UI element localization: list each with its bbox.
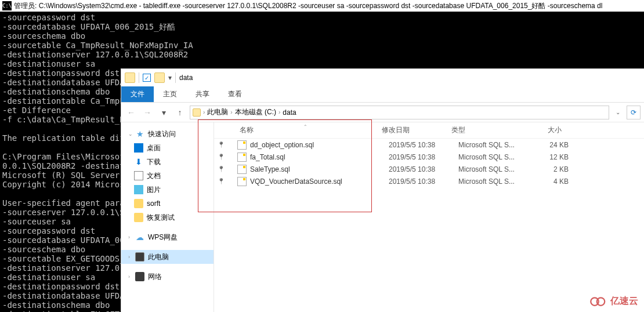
chevron-right-icon[interactable]: › [278, 109, 280, 115]
window-title: data [179, 74, 193, 82]
file-name: SaleType.sql [250, 165, 389, 173]
divider [139, 72, 139, 83]
bc-folder[interactable]: data [283, 108, 296, 117]
sql-file-icon [237, 153, 247, 162]
file-size: 12 KB [528, 153, 574, 161]
sidebar-quick-access[interactable]: ⌄ ★ 快速访问 [121, 127, 214, 141]
file-row[interactable]: 📍fa_Total.sql2019/5/5 10:38Microsoft SQL… [214, 151, 644, 163]
refresh-button[interactable]: ⟳ [627, 106, 641, 119]
sidebar-wps[interactable]: › ☁ WPS网盘 [121, 230, 214, 244]
file-size: 2 KB [528, 165, 574, 173]
sidebar-pictures[interactable]: 图片 [121, 183, 214, 197]
file-type: Microsoft SQL S... [458, 177, 528, 186]
breadcrumb[interactable]: › 此电脑 › 本地磁盘 (C:) › data [190, 106, 609, 119]
caret-icon: › [128, 234, 134, 240]
bc-drive[interactable]: 本地磁盘 (C:) [235, 107, 276, 117]
file-name: fa_Total.sql [250, 153, 389, 161]
tab-home[interactable]: 主页 [154, 86, 186, 102]
sidebar-label: 网络 [148, 272, 162, 282]
sidebar-network[interactable]: › 网络 [121, 270, 214, 284]
sidebar-label: 文档 [147, 171, 161, 181]
bc-pc[interactable]: 此电脑 [207, 107, 228, 117]
recent-dropdown[interactable]: ▾ [157, 106, 170, 119]
cmd-title-text: 管理员: C:\Windows\System32\cmd.exe - table… [14, 1, 602, 11]
watermark: 亿速云 [589, 295, 638, 307]
file-date: 2019/5/5 10:38 [389, 153, 458, 161]
file-name: dd_object_option.sql [250, 141, 389, 149]
nav-row: ← → ▾ ↑ › 此电脑 › 本地磁盘 (C:) › data ⌄ ⟳ [121, 103, 644, 122]
file-row[interactable]: 📍dd_object_option.sql2019/5/5 10:38Micro… [214, 139, 644, 151]
tab-view[interactable]: 查看 [219, 86, 251, 102]
sidebar-downloads[interactable]: ⬇ 下载 [121, 155, 214, 169]
explorer-window: ✓ ▾ data 文件 主页 共享 查看 ← → ▾ ↑ › 此电脑 › 本地磁… [121, 68, 644, 312]
file-size: 24 KB [528, 141, 574, 149]
caret-icon: ⌄ [128, 131, 134, 137]
explorer-body: ⌄ ★ 快速访问 桌面 ⬇ 下载 文档 图片 [121, 122, 644, 312]
chevron-right-icon[interactable]: › [230, 109, 232, 115]
watermark-text: 亿速云 [610, 295, 638, 307]
chevron-right-icon[interactable]: › [203, 109, 205, 115]
sidebar-label: WPS网盘 [148, 233, 178, 242]
folder-icon [125, 72, 135, 83]
tab-file[interactable]: 文件 [121, 86, 154, 102]
pin-icon: 📍 [214, 166, 228, 172]
pin-icon: 📍 [214, 142, 228, 148]
sidebar-label: 图片 [147, 185, 161, 195]
column-headers: 名称 ⌃ 修改日期 类型 大小 [214, 122, 644, 139]
column-name[interactable]: 名称 ⌃ [228, 125, 382, 135]
sidebar-label: sorft [147, 199, 160, 208]
file-date: 2019/5/5 10:38 [389, 177, 458, 186]
sql-file-icon [237, 177, 247, 186]
cmd-titlebar: C:\ 管理员: C:\Windows\System32\cmd.exe - t… [0, 0, 644, 12]
forward-button[interactable]: → [141, 106, 154, 119]
ribbon-tabs: 文件 主页 共享 查看 [121, 86, 644, 103]
column-name-label: 名称 [240, 125, 254, 135]
network-icon [135, 272, 144, 281]
qat-folder-icon[interactable] [154, 72, 165, 83]
column-date[interactable]: 修改日期 [382, 125, 451, 135]
folder-icon [193, 108, 201, 117]
sql-file-icon [237, 165, 247, 174]
up-button[interactable]: ↑ [173, 106, 186, 119]
sidebar-desktop[interactable]: 桌面 [121, 141, 214, 155]
folder-icon [134, 213, 143, 222]
caret-icon: › [128, 274, 134, 280]
folder-icon [134, 199, 143, 208]
watermark-logo-icon [589, 296, 607, 307]
sidebar-label: 恢复测试 [147, 213, 175, 223]
file-panel: 名称 ⌃ 修改日期 类型 大小 📍dd_object_option.sql201… [214, 122, 644, 312]
qat-dropdown-icon[interactable]: ▾ [168, 74, 172, 82]
desktop-icon [134, 143, 143, 153]
column-type[interactable]: 类型 [451, 125, 521, 135]
sidebar-documents[interactable]: 文档 [121, 169, 214, 183]
column-size[interactable]: 大小 [521, 125, 567, 135]
download-icon: ⬇ [134, 157, 143, 166]
qat-properties-icon[interactable]: ✓ [143, 74, 151, 82]
pc-icon [135, 252, 144, 262]
cloud-icon: ☁ [135, 233, 144, 242]
caret-icon: › [128, 254, 134, 260]
file-row[interactable]: 📍VQD_VoucherDataSource.sql2019/5/5 10:38… [214, 175, 644, 187]
file-name: VQD_VoucherDataSource.sql [250, 177, 389, 186]
sidebar-recovery[interactable]: 恢复测试 [121, 211, 214, 224]
divider [175, 72, 176, 83]
sidebar-this-pc[interactable]: › 此电脑 [121, 250, 214, 264]
star-icon: ★ [135, 129, 144, 139]
sql-file-icon [237, 140, 247, 150]
sidebar-label: 下载 [147, 157, 161, 167]
sidebar-sorft[interactable]: sorft [121, 197, 214, 211]
pictures-icon [134, 185, 143, 194]
pin-icon: 📍 [214, 178, 228, 184]
address-dropdown[interactable]: ⌄ [613, 109, 623, 115]
back-button[interactable]: ← [125, 106, 138, 119]
file-type: Microsoft SQL S... [458, 141, 528, 149]
document-icon [134, 171, 143, 180]
sidebar-label: 此电脑 [148, 252, 169, 262]
sort-asc-icon: ⌃ [303, 124, 307, 129]
file-date: 2019/5/5 10:38 [389, 165, 458, 173]
tab-share[interactable]: 共享 [186, 86, 219, 102]
pin-icon: 📍 [214, 154, 228, 160]
sidebar-label: 桌面 [147, 143, 161, 153]
file-row[interactable]: 📍SaleType.sql2019/5/5 10:38Microsoft SQL… [214, 163, 644, 175]
cmd-icon: C:\ [2, 1, 12, 10]
